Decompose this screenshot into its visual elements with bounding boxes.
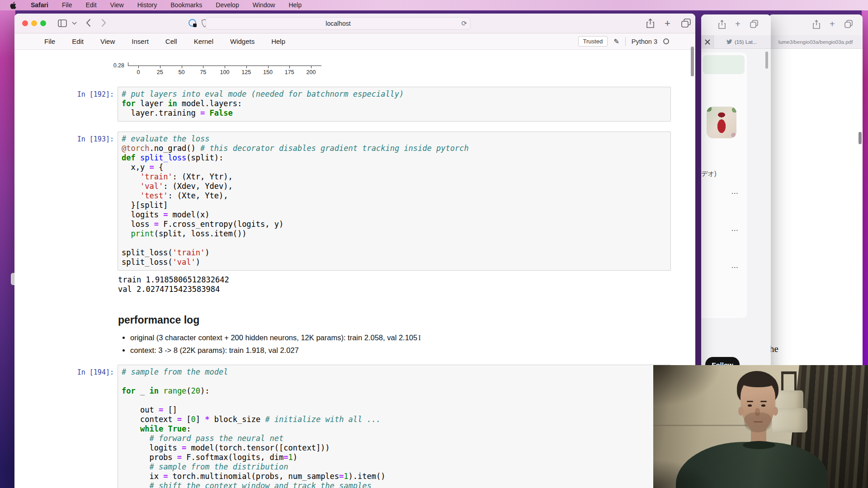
code-line: ix = torch.multinomial(probs, num_sample… (122, 472, 670, 481)
pdf-scrollbar-thumb[interactable] (859, 132, 862, 144)
code-line: 'val': (Xdev, Ydev), (122, 182, 670, 191)
chevron-down-icon[interactable] (72, 22, 77, 25)
code-line: while True: (122, 424, 670, 434)
chart-x-tick (160, 66, 160, 68)
safari-window-jupyter: localhost ⟳ + File Edit View Insert Cell… (14, 14, 695, 488)
twitter-bird-icon (726, 39, 732, 44)
code-line: x,y = { (122, 163, 670, 172)
twitter-tab[interactable]: (15) Lat... (726, 39, 757, 45)
new-tab-icon[interactable]: + (735, 20, 741, 29)
code-line: # evaluate the loss (122, 134, 670, 144)
close-window-button[interactable] (22, 20, 28, 26)
apple-menu-icon[interactable] (10, 2, 16, 9)
cell-prompt: In [194]: (29, 365, 114, 488)
code-input-area[interactable]: # evaluate the loss@torch.no_grad() # th… (118, 131, 671, 271)
menubar-view[interactable]: View (110, 0, 124, 10)
code-cell: In [194]:# sample from the model for _ i… (29, 365, 671, 488)
chart-x-tick-label: 75 (194, 69, 212, 75)
trusted-button[interactable]: Trusted (578, 36, 608, 47)
chart-x-tick (138, 66, 139, 68)
url-field[interactable]: localhost ⟳ (206, 17, 471, 30)
tweet-more-button[interactable]: ... (728, 263, 742, 269)
notebook-scrollbar-thumb[interactable] (691, 47, 694, 76)
webcam-overlay (653, 365, 868, 488)
jupyter-menu-cell[interactable]: Cell (165, 38, 177, 45)
forward-icon[interactable] (101, 19, 106, 27)
chart-x-tick (268, 66, 269, 68)
tab-overview-icon[interactable] (844, 20, 853, 29)
macos-menubar: Safari File Edit View History Bookmarks … (0, 0, 868, 10)
menubar-window[interactable]: Window (253, 0, 275, 10)
cell-prompt: In [192]: (29, 87, 114, 122)
new-tab-icon[interactable]: + (665, 18, 670, 29)
menubar-edit[interactable]: Edit (85, 0, 96, 10)
minimize-window-button[interactable] (31, 20, 37, 26)
code-line (122, 377, 670, 386)
jupyter-menu-widgets[interactable]: Widgets (230, 38, 255, 45)
privacy-report-icon[interactable] (189, 19, 196, 27)
tweet-card (701, 52, 747, 318)
twitter-scrollbar-thumb[interactable] (765, 52, 768, 69)
cell-prompt: In [193]: (29, 131, 114, 271)
screen: + lume3/bengio03a/bengio03a.pdf he + (15… (0, 0, 868, 488)
jupyter-menu-file[interactable]: File (44, 38, 55, 45)
code-line: 'train': (Xtr, Ytr), (122, 172, 670, 182)
code-line: split_loss('train') (122, 248, 670, 258)
code-line: context = [0] * block_size # initialize … (122, 415, 670, 424)
code-line: # forward pass the neural net (122, 434, 670, 443)
menubar-app-name[interactable]: Safari (31, 0, 48, 10)
tweet-image-thumbnail[interactable] (707, 107, 736, 138)
divider (625, 37, 626, 46)
tab-overview-icon[interactable] (750, 20, 758, 29)
menubar-file[interactable]: File (62, 0, 72, 10)
share-icon[interactable] (646, 19, 654, 28)
code-input-area[interactable]: # put layers into eval mode (needed for … (118, 87, 671, 122)
notebook-cells: In [192]:# put layers into eval mode (ne… (29, 87, 671, 488)
jupyter-menu-help[interactable]: Help (271, 38, 285, 45)
pinned-tab-icon (705, 39, 710, 45)
share-icon[interactable] (718, 20, 726, 29)
chart-x-tick-label: 0 (129, 69, 147, 75)
back-icon[interactable] (86, 19, 91, 27)
reload-icon[interactable]: ⟳ (461, 19, 467, 28)
code-line: def split_loss(split): (122, 153, 670, 163)
jupyter-menu-edit[interactable]: Edit (72, 38, 84, 45)
markdown-cell[interactable]: performance logoriginal (3 character con… (118, 314, 671, 355)
code-line: for _ in range(20): (122, 386, 670, 396)
chart-x-tick-label: 125 (237, 69, 255, 75)
new-tab-icon[interactable]: + (830, 20, 835, 29)
tab-overview-icon[interactable] (681, 19, 691, 28)
jupyter-menu-insert[interactable]: Insert (132, 38, 149, 45)
chart-x-tick-label: 175 (280, 69, 298, 75)
code-line: 'test': (Xte, Yte), (122, 191, 670, 201)
chart-x-tick-label: 50 (173, 69, 191, 75)
code-input-area[interactable]: # sample from the model for _ in range(2… (118, 365, 671, 488)
menubar-history[interactable]: History (137, 0, 157, 10)
twitter-window-toolbar: + (701, 14, 771, 35)
jupyter-menu-kernel[interactable]: Kernel (194, 38, 213, 45)
menubar-bookmarks[interactable]: Bookmarks (170, 0, 202, 10)
code-line: out = [] (122, 405, 670, 415)
pdf-tab[interactable]: lume3/bengio03a/bengio03a.pdf (769, 35, 863, 49)
notebook-scroll-area[interactable]: 0.28 0255075100125150175200 In [192]:# p… (14, 50, 695, 488)
kernel-name: Python 3 (632, 38, 657, 45)
share-icon[interactable] (813, 20, 820, 29)
code-line: # sample from the distribution (122, 462, 670, 472)
kernel-status-icon (663, 38, 669, 44)
jupyter-menu-view[interactable]: View (100, 38, 115, 45)
code-line: logits = model(x) (122, 210, 670, 220)
tweet-media-thumbnail (703, 55, 745, 74)
chart-x-tick-label: 150 (259, 69, 277, 75)
tweet-more-button[interactable]: ... (728, 225, 742, 232)
sidebar-icon[interactable] (58, 19, 67, 27)
menubar-help[interactable]: Help (288, 0, 302, 10)
pinned-tab[interactable] (701, 35, 714, 49)
code-line: }[split] (122, 201, 670, 210)
chart-fragment: 0.28 0255075100125150175200 (18, 50, 695, 77)
code-cell: In [192]:# put layers into eval mode (ne… (29, 87, 671, 122)
tweet-more-button[interactable]: ... (728, 188, 742, 195)
menubar-develop[interactable]: Develop (216, 0, 239, 10)
chart-x-tick (311, 66, 311, 68)
code-cell: In [193]:# evaluate the loss@torch.no_gr… (29, 131, 671, 271)
zoom-window-button[interactable] (40, 20, 46, 26)
